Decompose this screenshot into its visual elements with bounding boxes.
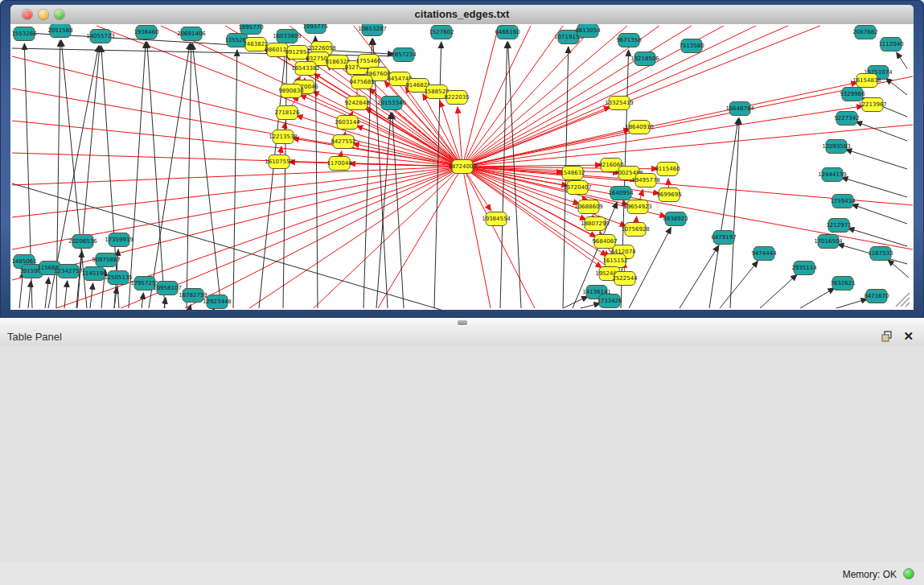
graph-node[interactable]: 1548632 [560,167,585,180]
graph-node[interactable]: 20206536 [68,235,97,249]
graph-node[interactable]: 8938923 [663,212,688,226]
graph-node[interactable]: 1553266 [11,27,37,41]
graph-node[interactable]: 8471670 [864,290,889,303]
divider-grip[interactable] [458,320,467,325]
graph-node[interactable]: 10653287 [358,24,387,36]
graph-node[interactable]: 12342757 [54,265,83,278]
window-titlebar[interactable]: citations_edges.txt [10,5,914,25]
graph-node[interactable]: 9474444 [751,247,777,261]
graph-node[interactable]: 1936460 [133,26,158,39]
graph-node[interactable]: 1112040 [878,38,903,51]
graph-node[interactable]: 12505135 [104,271,133,285]
graph-node[interactable]: 2522544 [612,272,638,286]
graph-node[interactable]: 20691406 [177,27,206,41]
graph-node[interactable]: 6479197 [711,231,736,245]
graph-node[interactable]: 19654923 [623,200,652,214]
graph-node[interactable]: 9242848 [344,97,369,110]
graph-node[interactable]: 8813054 [575,24,601,38]
graph-node[interactable]: 16154838 [852,74,881,88]
graph-edge [720,261,758,308]
graph-node[interactable]: 10688609 [574,200,603,214]
graph-node[interactable]: 12923448 [203,295,232,309]
graph-node[interactable]: 8427552 [331,135,355,149]
graph-node[interactable]: 18807299 [581,217,610,231]
svg-text:10688609: 10688609 [574,204,603,210]
graph-node[interactable]: 7513580 [679,39,704,53]
graph-node[interactable]: 14055723 [86,30,115,43]
graph-node[interactable]: 17016504 [814,235,843,249]
close-panel-icon[interactable]: ✕ [903,329,914,344]
graph-node[interactable]: 10958107 [153,282,182,295]
graph-node[interactable]: 1759434 [830,195,856,208]
graph-node[interactable]: 16033809 [273,30,302,43]
graph-node[interactable]: 1640954 [608,187,634,200]
network-canvas[interactable]: 1872400715532662051588140557231936460206… [10,24,914,310]
svg-text:6479197: 6479197 [711,234,736,241]
graph-node[interactable]: 9699695 [656,188,681,202]
graph-node[interactable]: 1170044 [326,157,352,171]
graph-edge [434,42,441,308]
graph-node[interactable]: 1212971 [826,219,851,233]
graph-node[interactable]: 16648784 [725,102,754,116]
graph-node[interactable]: 2087682 [852,26,877,39]
graph-node[interactable]: 12213538 [269,130,298,144]
graph-node[interactable]: 12444139 [818,168,847,182]
graph-node[interactable]: 2718126 [274,106,300,120]
graph-node[interactable]: 1895770 [238,24,263,35]
graph-node[interactable]: 18724007 [448,160,477,174]
graph-node[interactable]: 1755460 [355,55,380,68]
graph-node[interactable]: 6466160 [495,26,519,39]
svg-text:7513580: 7513580 [679,43,704,49]
graph-node[interactable]: 12093583 [822,140,851,154]
graph-edge [760,274,797,308]
graph-node[interactable]: 7857234 [391,48,417,62]
svg-text:1993775: 1993775 [302,24,327,30]
svg-text:9242848: 9242848 [344,100,369,106]
svg-text:18724007: 18724007 [448,163,477,170]
graph-node[interactable]: 16107553 [265,155,294,169]
graph-node[interactable]: 9329966 [840,88,865,101]
graph-edge [897,52,907,68]
graph-edge [187,43,191,308]
graph-node[interactable]: 8222035 [444,91,469,105]
graph-node[interactable]: 9475685 [349,76,374,89]
graph-node[interactable]: 12213967 [858,98,887,112]
graph-node[interactable]: 1615152 [602,254,627,268]
svg-text:12505135: 12505135 [104,274,133,281]
graph-node[interactable]: 9115460 [655,163,680,176]
graph-node[interactable]: 19495778 [631,174,660,187]
graph-node[interactable]: 2935114 [791,262,817,275]
svg-text:2718126: 2718126 [274,109,300,116]
graph-node[interactable]: 2603144 [335,116,360,130]
graph-edge [841,177,907,197]
svg-text:16543382: 16543382 [291,65,320,72]
graph-edge [836,299,868,308]
graph-node[interactable]: 13325419 [605,97,634,110]
graph-node[interactable]: 1993775 [302,24,327,34]
graph-node[interactable]: 20153346 [377,97,406,110]
graph-node[interactable]: 9890830 [278,84,303,98]
graph-node[interactable]: 19384554 [482,212,511,226]
svg-text:9474444: 9474444 [751,250,777,257]
svg-text:1170044: 1170044 [326,160,352,167]
graph-node[interactable]: 17359919 [105,233,133,247]
graph-node[interactable]: 9671358 [616,34,641,47]
graph-node[interactable]: 18640910 [625,121,654,134]
graph-node[interactable]: 90975887 [92,253,121,267]
graph-node[interactable]: 1145190 [81,267,106,281]
float-panel-icon[interactable] [881,330,893,343]
graph-node[interactable]: 7832621 [830,277,855,290]
graph-node[interactable]: 1527602 [429,26,454,39]
graph-node[interactable]: 19218506 [630,52,659,66]
graph-node[interactable]: 15720407 [563,181,592,195]
graph-node[interactable]: 1733426 [597,295,622,308]
graph-node[interactable]: 16543382 [291,62,320,76]
graph-edge [563,296,588,308]
graph-node[interactable]: 9227342 [834,112,859,126]
graph-node[interactable]: 2051588 [47,24,72,38]
graph-node[interactable]: 1167533 [868,247,893,261]
graph-node[interactable]: 10756928 [621,223,650,237]
resize-grip-icon[interactable] [896,293,910,307]
network-view-window: citations_edges.txt 18724007155326620515… [0,0,924,318]
svg-text:9115460: 9115460 [655,166,680,172]
